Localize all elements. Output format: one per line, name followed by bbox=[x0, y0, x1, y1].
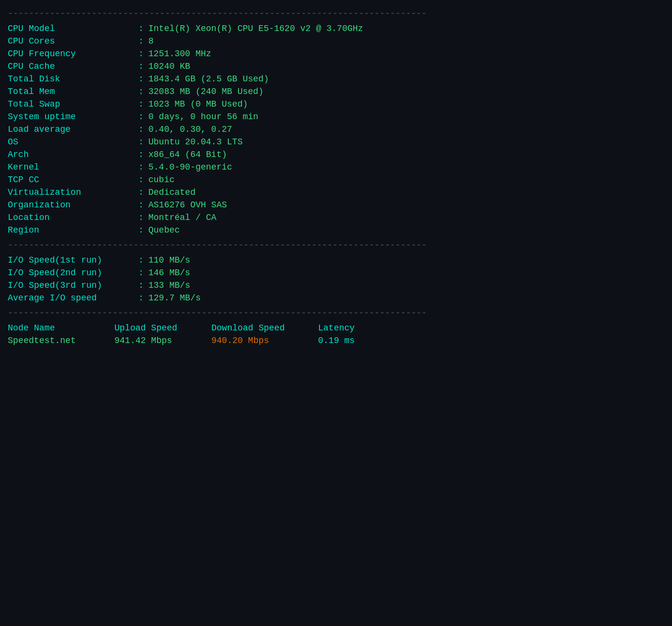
network-section: Node Name Upload Speed Download Speed La… bbox=[8, 322, 664, 347]
network-table: Node Name Upload Speed Download Speed La… bbox=[8, 322, 664, 347]
info-label: OS bbox=[8, 136, 134, 148]
system-info-row: TCP CC : cubic bbox=[8, 173, 664, 186]
info-value: 5.4.0-90-generic bbox=[148, 161, 664, 173]
io-colon: : bbox=[134, 292, 148, 304]
system-info-section: CPU Model : Intel(R) Xeon(R) CPU E5-1620… bbox=[8, 22, 664, 236]
io-speed-row: Average I/O speed : 129.7 MB/s bbox=[8, 292, 664, 304]
system-info-row: CPU Frequency : 1251.300 MHz bbox=[8, 47, 664, 60]
io-speed-section: I/O Speed(1st run) : 110 MB/s I/O Speed(… bbox=[8, 254, 664, 304]
info-label: CPU Cache bbox=[8, 60, 134, 73]
info-label: System uptime bbox=[8, 110, 134, 123]
system-info-row: Organization : AS16276 OVH SAS bbox=[8, 199, 664, 211]
io-colon: : bbox=[134, 266, 148, 279]
col-header-latency: Latency bbox=[308, 322, 664, 334]
io-value: 133 MB/s bbox=[148, 279, 664, 292]
info-colon: : bbox=[134, 173, 148, 186]
system-info-row: System uptime : 0 days, 0 hour 56 min bbox=[8, 110, 664, 123]
info-label: CPU Model bbox=[8, 22, 134, 35]
info-label: TCP CC bbox=[8, 173, 134, 186]
system-info-row: CPU Cores : 8 bbox=[8, 35, 664, 47]
divider-network: ----------------------------------------… bbox=[8, 308, 664, 318]
info-colon: : bbox=[134, 186, 148, 199]
info-colon: : bbox=[134, 60, 148, 73]
col-header-download: Download Speed bbox=[202, 322, 308, 334]
info-value: 32083 MB (240 MB Used) bbox=[148, 85, 664, 98]
io-value: 146 MB/s bbox=[148, 266, 664, 279]
info-value: 1023 MB (0 MB Used) bbox=[148, 98, 664, 110]
info-label: Virtualization bbox=[8, 186, 134, 199]
info-colon: : bbox=[134, 211, 148, 224]
io-label: I/O Speed(1st run) bbox=[8, 254, 134, 266]
terminal-output: ----------------------------------------… bbox=[8, 9, 664, 347]
info-label: Total Disk bbox=[8, 73, 134, 85]
info-label: CPU Cores bbox=[8, 35, 134, 47]
info-value: AS16276 OVH SAS bbox=[148, 199, 664, 211]
io-label: Average I/O speed bbox=[8, 292, 134, 304]
info-colon: : bbox=[134, 199, 148, 211]
info-colon: : bbox=[134, 73, 148, 85]
system-info-row: Kernel : 5.4.0-90-generic bbox=[8, 161, 664, 173]
system-info-row: CPU Cache : 10240 KB bbox=[8, 60, 664, 73]
info-colon: : bbox=[134, 123, 148, 136]
col-header-upload: Upload Speed bbox=[105, 322, 202, 334]
col-header-node: Node Name bbox=[8, 322, 105, 334]
io-speed-table: I/O Speed(1st run) : 110 MB/s I/O Speed(… bbox=[8, 254, 664, 304]
network-row: Speedtest.net 941.42 Mbps 940.20 Mbps 0.… bbox=[8, 334, 664, 347]
system-info-row: Total Mem : 32083 MB (240 MB Used) bbox=[8, 85, 664, 98]
info-colon: : bbox=[134, 47, 148, 60]
network-download: 940.20 Mbps bbox=[202, 334, 308, 347]
io-label: I/O Speed(2nd run) bbox=[8, 266, 134, 279]
system-info-row: Total Swap : 1023 MB (0 MB Used) bbox=[8, 98, 664, 110]
info-value: 8 bbox=[148, 35, 664, 47]
system-info-row: Region : Quebec bbox=[8, 224, 664, 236]
io-speed-row: I/O Speed(1st run) : 110 MB/s bbox=[8, 254, 664, 266]
info-value: 1251.300 MHz bbox=[148, 47, 664, 60]
divider-top: ----------------------------------------… bbox=[8, 9, 664, 18]
io-colon: : bbox=[134, 254, 148, 266]
io-value: 129.7 MB/s bbox=[148, 292, 664, 304]
divider-io: ----------------------------------------… bbox=[8, 240, 664, 250]
info-colon: : bbox=[134, 110, 148, 123]
system-info-row: Location : Montréal / CA bbox=[8, 211, 664, 224]
io-label: I/O Speed(3rd run) bbox=[8, 279, 134, 292]
info-label: Kernel bbox=[8, 161, 134, 173]
network-latency: 0.19 ms bbox=[308, 334, 664, 347]
info-colon: : bbox=[134, 224, 148, 236]
info-label: CPU Frequency bbox=[8, 47, 134, 60]
system-info-row: Load average : 0.40, 0.30, 0.27 bbox=[8, 123, 664, 136]
info-label: Arch bbox=[8, 148, 134, 161]
system-info-row: Arch : x86_64 (64 Bit) bbox=[8, 148, 664, 161]
info-colon: : bbox=[134, 35, 148, 47]
io-speed-row: I/O Speed(3rd run) : 133 MB/s bbox=[8, 279, 664, 292]
info-value: Intel(R) Xeon(R) CPU E5-1620 v2 @ 3.70GH… bbox=[148, 22, 664, 35]
io-colon: : bbox=[134, 279, 148, 292]
info-label: Organization bbox=[8, 199, 134, 211]
info-value: Montréal / CA bbox=[148, 211, 664, 224]
info-colon: : bbox=[134, 136, 148, 148]
info-colon: : bbox=[134, 22, 148, 35]
info-label: Load average bbox=[8, 123, 134, 136]
info-value: Quebec bbox=[148, 224, 664, 236]
info-label: Total Mem bbox=[8, 85, 134, 98]
network-upload: 941.42 Mbps bbox=[105, 334, 202, 347]
network-node-name: Speedtest.net bbox=[8, 334, 105, 347]
info-value: Dedicated bbox=[148, 186, 664, 199]
info-value: Ubuntu 20.04.3 LTS bbox=[148, 136, 664, 148]
system-info-row: Total Disk : 1843.4 GB (2.5 GB Used) bbox=[8, 73, 664, 85]
info-label: Total Swap bbox=[8, 98, 134, 110]
info-colon: : bbox=[134, 161, 148, 173]
system-info-row: OS : Ubuntu 20.04.3 LTS bbox=[8, 136, 664, 148]
io-speed-row: I/O Speed(2nd run) : 146 MB/s bbox=[8, 266, 664, 279]
info-label: Region bbox=[8, 224, 134, 236]
info-colon: : bbox=[134, 98, 148, 110]
info-value: 1843.4 GB (2.5 GB Used) bbox=[148, 73, 664, 85]
info-value: 0.40, 0.30, 0.27 bbox=[148, 123, 664, 136]
info-value: cubic bbox=[148, 173, 664, 186]
system-info-row: CPU Model : Intel(R) Xeon(R) CPU E5-1620… bbox=[8, 22, 664, 35]
info-value: 10240 KB bbox=[148, 60, 664, 73]
info-colon: : bbox=[134, 148, 148, 161]
system-info-table: CPU Model : Intel(R) Xeon(R) CPU E5-1620… bbox=[8, 22, 664, 236]
info-label: Location bbox=[8, 211, 134, 224]
io-value: 110 MB/s bbox=[148, 254, 664, 266]
system-info-row: Virtualization : Dedicated bbox=[8, 186, 664, 199]
